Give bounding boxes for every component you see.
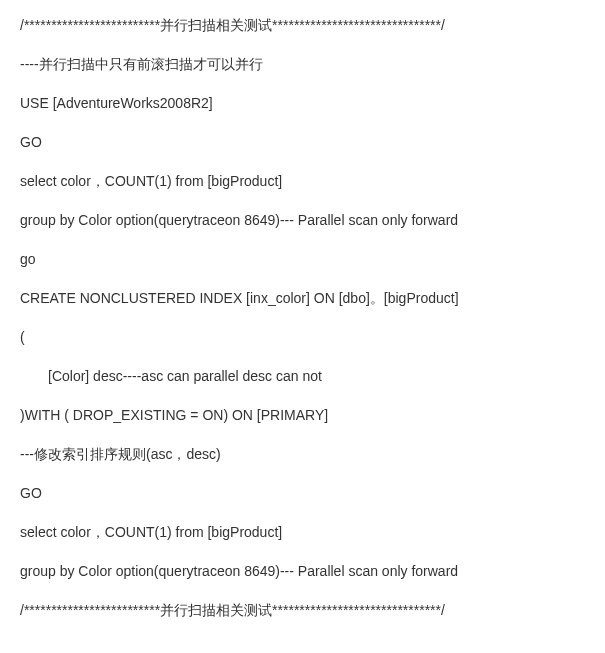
code-line: [Color] desc----asc can parallel desc ca… [20, 366, 585, 387]
code-line: GO [20, 132, 585, 153]
code-line: group by Color option(querytraceon 8649)… [20, 210, 585, 231]
code-line: select color，COUNT(1) from [bigProduct] [20, 522, 585, 543]
code-line: )WITH ( DROP_EXISTING = ON) ON [PRIMARY] [20, 405, 585, 426]
code-line: USE [AdventureWorks2008R2] [20, 93, 585, 114]
code-line: ----并行扫描中只有前滚扫描才可以并行 [20, 54, 585, 75]
code-line: GO [20, 483, 585, 504]
code-line: ( [20, 327, 585, 348]
code-block: /*************************并行扫描相关测试******… [20, 15, 585, 621]
code-line: ---修改索引排序规则(asc，desc) [20, 444, 585, 465]
code-line: /*************************并行扫描相关测试******… [20, 600, 585, 621]
code-line: select color，COUNT(1) from [bigProduct] [20, 171, 585, 192]
code-line: CREATE NONCLUSTERED INDEX [inx_color] ON… [20, 288, 585, 309]
code-line: go [20, 249, 585, 270]
code-line: /*************************并行扫描相关测试******… [20, 15, 585, 36]
code-line: group by Color option(querytraceon 8649)… [20, 561, 585, 582]
